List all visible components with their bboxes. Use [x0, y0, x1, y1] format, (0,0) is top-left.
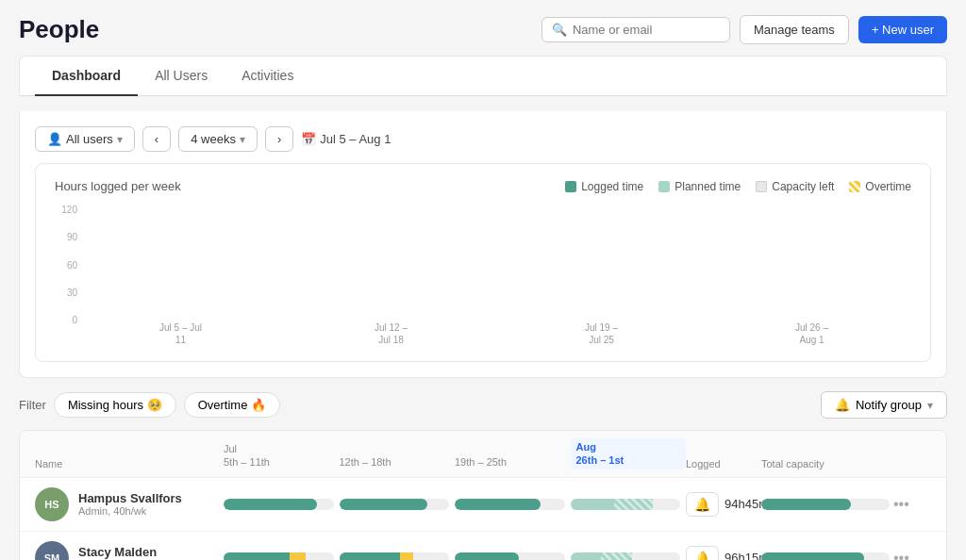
legend-logged-dot: [565, 181, 576, 192]
user-role-hampus: Admin, 40h/wk: [78, 505, 182, 517]
search-box: 🔍: [541, 17, 730, 42]
all-users-filter-button[interactable]: 👤 All users ▾: [35, 126, 135, 152]
tab-activities[interactable]: Activities: [225, 57, 310, 96]
chart-col-2: Jul 12 –Jul 18: [291, 314, 491, 346]
tab-all-users[interactable]: All Users: [138, 57, 225, 96]
user-name-stacy: Stacy Malden: [78, 545, 157, 559]
col-header-name: Name: [35, 458, 224, 469]
filter-bar: Filter Missing hours 🥺 Overtime 🔥 🔔 Noti…: [19, 391, 947, 419]
avatar-hampus: HS: [35, 487, 69, 521]
avatar-stacy: SM: [35, 541, 69, 560]
chevron-down-icon: ▾: [117, 133, 123, 146]
date-range: 📅 Jul 5 – Aug 1: [301, 132, 391, 146]
page-title: People: [19, 15, 99, 44]
bell-hampus-button[interactable]: 🔔: [686, 492, 719, 517]
col-header-jul19: 19th – 25th: [455, 442, 571, 469]
col-header-aug26: Aug26th – 1st: [571, 438, 687, 469]
notify-group-button[interactable]: 🔔 Notify group ▾: [821, 391, 947, 419]
user-stacy: SM Stacy Malden Admin, 15h/wk*: [35, 541, 224, 560]
period-button[interactable]: 4 weeks ▾: [178, 126, 258, 152]
col-header-logged: Logged: [686, 458, 761, 469]
filter-label: Filter: [19, 398, 46, 412]
toolbar: 👤 All users ▾ ‹ 4 weeks ▾ › 📅 Jul 5 – Au…: [35, 126, 931, 152]
table-row: HS Hampus Svallfors Admin, 40h/wk 🔔 94h4…: [20, 478, 946, 532]
chevron-down-icon2: ▾: [240, 133, 245, 146]
manage-teams-button[interactable]: Manage teams: [740, 15, 849, 44]
col-header-capacity: Total capacity: [761, 458, 893, 469]
chart-col-1: Jul 5 – Jul11: [81, 314, 280, 346]
legend-planned: Planned time: [658, 180, 741, 193]
user-name-hampus: Hampus Svallfors: [78, 491, 182, 505]
chart-title: Hours logged per week: [55, 179, 181, 193]
legend-overtime: Overtime: [849, 180, 911, 193]
more-options-stacy-button[interactable]: •••: [893, 550, 909, 560]
search-input[interactable]: [573, 23, 720, 37]
col-header-jul12: 12th – 18th: [340, 442, 456, 469]
col-header-jul5: Jul5th – 11th: [224, 442, 340, 469]
prev-period-button[interactable]: ‹: [142, 126, 171, 152]
legend-capacity: Capacity left: [756, 180, 834, 193]
chart-col-3: Jul 19 –Jul 25: [502, 314, 701, 346]
legend-overtime-dot: [849, 181, 860, 192]
bell-icon: 🔔: [835, 398, 850, 412]
more-options-hampus-button[interactable]: •••: [893, 496, 909, 513]
overtime-filter-button[interactable]: Overtime 🔥: [184, 392, 280, 418]
chevron-down-icon3: ▾: [927, 399, 933, 412]
search-icon: 🔍: [552, 23, 567, 37]
users-table: Name Jul5th – 11th 12th – 18th 19th – 25…: [19, 430, 947, 560]
bell-stacy-button[interactable]: 🔔: [686, 546, 719, 560]
user-icon: 👤: [47, 132, 62, 146]
chart-legend: Logged time Planned time Capacity left O…: [565, 180, 911, 193]
next-period-button[interactable]: ›: [265, 126, 293, 152]
user-hampus: HS Hampus Svallfors Admin, 40h/wk: [35, 487, 224, 521]
tab-dashboard[interactable]: Dashboard: [35, 57, 138, 96]
legend-planned-dot: [658, 181, 670, 192]
tab-bar: Dashboard All Users Activities: [20, 57, 946, 96]
new-user-button[interactable]: + New user: [858, 16, 947, 43]
legend-logged: Logged time: [565, 180, 643, 193]
missing-hours-filter-button[interactable]: Missing hours 🥺: [54, 392, 176, 418]
calendar-icon: 📅: [301, 132, 316, 146]
chart-col-4: Jul 26 –Aug 1: [712, 314, 911, 346]
table-row: SM Stacy Malden Admin, 15h/wk* 🔔 96h15m …: [20, 532, 946, 560]
legend-capacity-dot: [756, 181, 767, 192]
hours-chart-card: Hours logged per week Logged time Planne…: [35, 163, 931, 362]
